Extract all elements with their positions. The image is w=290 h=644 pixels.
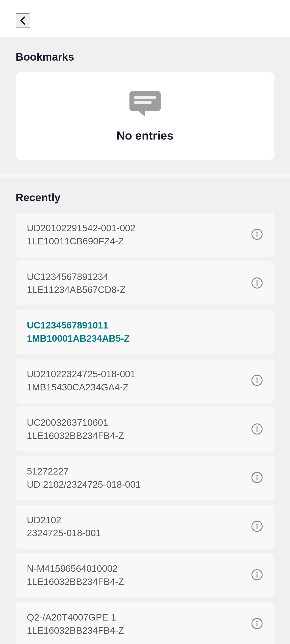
bookmarks-section: Bookmarks No entries [0,37,290,174]
main-content: Bookmarks No entries Recently UD20102291… [0,37,290,644]
recent-item-text: Q2-/A20T4007GPE 11LE16032BB234FB4-Z [27,611,244,637]
info-icon[interactable] [251,569,263,582]
recent-item[interactable]: UC12345678910111MB10001AB234AB5-Z [16,310,274,354]
recent-item-text: UD21022324725-018-001 [27,514,244,540]
recent-item[interactable]: N-M415965640100021LE16032BB234FB4-Z [16,553,274,598]
info-icon[interactable] [251,618,263,630]
svg-marker-3 [138,111,145,117]
recent-item[interactable]: UD20102291542-001-0021LE10011CB690FZ4-Z [16,213,274,257]
back-button[interactable] [16,14,30,28]
recent-item[interactable]: 51272227UD 2102/2324725-018-001 [16,456,274,500]
recently-title: Recently [16,192,274,204]
recent-item[interactable]: Q2-/A20T4007GPE 11LE16032BB234FB4-Z [16,602,274,644]
info-icon[interactable] [251,374,263,387]
recently-section: Recently UD20102291542-001-0021LE10011CB… [0,178,290,644]
recent-item-text: UC12345678910111MB10001AB234AB5-Z [27,319,263,345]
header [0,0,290,37]
bookmarks-title: Bookmarks [16,51,274,63]
info-icon[interactable] [251,423,263,436]
recent-item-text: UC12345678912341LE11234AB567CD8-Z [27,270,244,297]
info-icon[interactable] [251,520,263,533]
recent-item[interactable]: UD21022324725-018-0011MB15430CA234GA4-Z [16,359,274,403]
recent-item-text: UD21022324725-018-0011MB15430CA234GA4-Z [27,368,244,394]
info-icon[interactable] [251,277,263,290]
info-icon[interactable] [251,471,263,484]
no-entries-text: No entries [116,129,173,142]
recent-item-text: N-M415965640100021LE16032BB234FB4-Z [27,562,244,588]
recent-item-text: 51272227UD 2102/2324725-018-001 [27,465,244,491]
recent-item-text: UC20032637106011LE16032BB234FB4-Z [27,416,244,442]
recent-items-list: UD20102291542-001-0021LE10011CB690FZ4-Z … [16,213,274,644]
svg-rect-1 [134,96,156,99]
recent-item[interactable]: UD21022324725-018-001 [16,505,274,549]
recent-item-text: UD20102291542-001-0021LE10011CB690FZ4-Z [27,222,244,248]
recent-item[interactable]: UC20032637106011LE16032BB234FB4-Z [16,407,274,452]
recent-item[interactable]: UC12345678912341LE11234AB567CD8-Z [16,262,274,306]
svg-rect-2 [134,101,152,104]
info-icon[interactable] [251,228,263,241]
bookmarks-card: No entries [16,72,274,160]
chat-icon [127,90,163,120]
